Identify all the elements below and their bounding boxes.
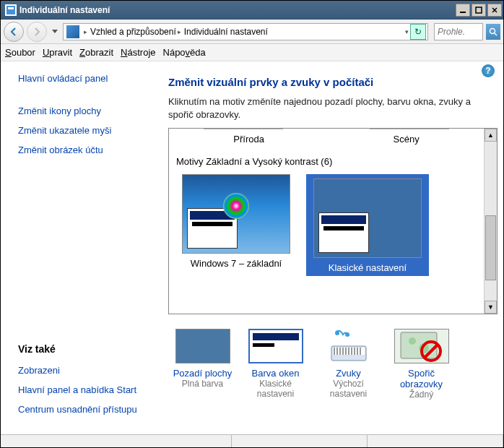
nav-history-dropdown[interactable] [50, 22, 60, 42]
refresh-button[interactable]: ↻ [410, 24, 426, 40]
svg-rect-3 [476, 7, 482, 13]
maximize-button[interactable] [472, 4, 486, 17]
search-button[interactable] [486, 24, 500, 40]
location-icon [66, 25, 79, 38]
window-color-icon [248, 329, 303, 363]
menu-edit[interactable]: Upravit [43, 47, 72, 58]
minimize-button[interactable] [456, 4, 470, 17]
status-bar [1, 434, 503, 448]
address-dropdown[interactable]: ▾ [405, 28, 409, 35]
tile-desktop-background[interactable]: Pozadí plochy Plná barva [168, 329, 237, 400]
screensaver-icon [394, 329, 449, 363]
close-button[interactable] [487, 4, 502, 17]
breadcrumb-seg-1[interactable]: Vzhled a přizpůsobení▸ [89, 27, 183, 37]
tile-screensaver[interactable]: Spořič obrazovky Žádný [387, 329, 456, 400]
theme-preview-classic [313, 178, 422, 258]
window-title: Individuální nastavení [19, 5, 456, 15]
back-button[interactable] [4, 22, 24, 42]
svg-point-6 [345, 332, 349, 337]
tile-sounds[interactable]: Zvuky Výchozí nastaveni [314, 329, 383, 400]
search-box[interactable] [434, 23, 483, 40]
menu-tools[interactable]: Nástroje [121, 47, 155, 58]
svg-rect-1 [8, 7, 14, 9]
desktop-background-icon [175, 329, 230, 363]
breadcrumb-seg-2[interactable]: Individuální nastavení [183, 27, 269, 37]
page-description: Kliknutím na motiv změníte najednou poza… [168, 95, 498, 121]
theme-windows7-basic[interactable]: Windows 7 – základní [175, 174, 297, 276]
search-input[interactable] [435, 27, 468, 37]
tile-window-color[interactable]: Barva oken Klasické nastaveni [241, 329, 310, 400]
see-also-heading: Viz také [18, 343, 161, 355]
main-content: ? Změnit vizuální prvky a zvuky v počíta… [168, 61, 503, 434]
scroll-up-button[interactable]: ▲ [485, 129, 497, 142]
themes-panel: Příroda Scény Motivy Základní a Vysoký k… [168, 128, 498, 314]
category-nature[interactable]: Příroda [233, 134, 264, 145]
link-taskbar-start[interactable]: Hlavní panel a nabídka Start [18, 384, 161, 395]
svg-rect-0 [6, 6, 15, 14]
status-pane-2 [232, 435, 368, 448]
theme-classic[interactable]: Klasické nastavení [306, 174, 429, 276]
address-bar[interactable]: ▸ Vzhled a přizpůsobení▸ Individuální na… [63, 23, 428, 40]
nav-toolbar: ▸ Vzhled a přizpůsobení▸ Individuální na… [1, 20, 503, 44]
svg-point-5 [335, 331, 339, 335]
menu-bar: SSouboroubor Upravit Zobrazit Nástroje N… [1, 44, 503, 61]
sounds-icon [321, 329, 376, 363]
svg-rect-2 [460, 12, 466, 13]
link-ease-of-access[interactable]: Centrum usnadnění přístupu [18, 404, 161, 415]
status-pane-3 [368, 435, 503, 448]
themes-scrollbar[interactable]: ▲ ▼ [484, 129, 497, 314]
svg-point-20 [409, 337, 416, 345]
chevron-right-icon[interactable]: ▸ [84, 28, 87, 35]
menu-help[interactable]: Nápověda [163, 47, 206, 58]
link-main-control-panel[interactable]: Hlavní ovládací panel [18, 73, 161, 84]
menu-view[interactable]: Zobrazit [79, 47, 113, 58]
svg-rect-19 [401, 332, 437, 358]
link-display[interactable]: Zobrazeni [18, 365, 161, 376]
menu-file[interactable]: SSouboroubor [5, 47, 35, 58]
sidebar: Hlavní ovládací panel Změnit ikony ploch… [1, 61, 168, 434]
status-pane-1 [1, 435, 232, 448]
theme-group-title: Motivy Základní a Vysoký kontrast (6) [176, 156, 484, 167]
link-change-account-picture[interactable]: Změnit obrázek účtu [18, 145, 161, 155]
scroll-down-button[interactable]: ▼ [485, 301, 497, 314]
scroll-thumb[interactable] [485, 215, 496, 280]
link-change-desktop-icons[interactable]: Změnit ikony plochy [18, 105, 161, 116]
page-heading: Změnit vizuální prvky a zvuky v počítači [168, 76, 498, 88]
category-scenes[interactable]: Scény [394, 134, 420, 145]
window-icon [5, 4, 17, 16]
svg-point-4 [490, 28, 495, 33]
settings-tiles: Pozadí plochy Plná barva Barva oken Klas… [168, 329, 498, 400]
forward-button[interactable] [27, 22, 47, 42]
link-change-mouse-pointers[interactable]: Změnit ukazatele myši [18, 125, 161, 136]
title-bar: Individuální nastavení [1, 1, 503, 20]
theme-preview-win7 [182, 174, 290, 254]
help-icon[interactable]: ? [482, 64, 495, 77]
